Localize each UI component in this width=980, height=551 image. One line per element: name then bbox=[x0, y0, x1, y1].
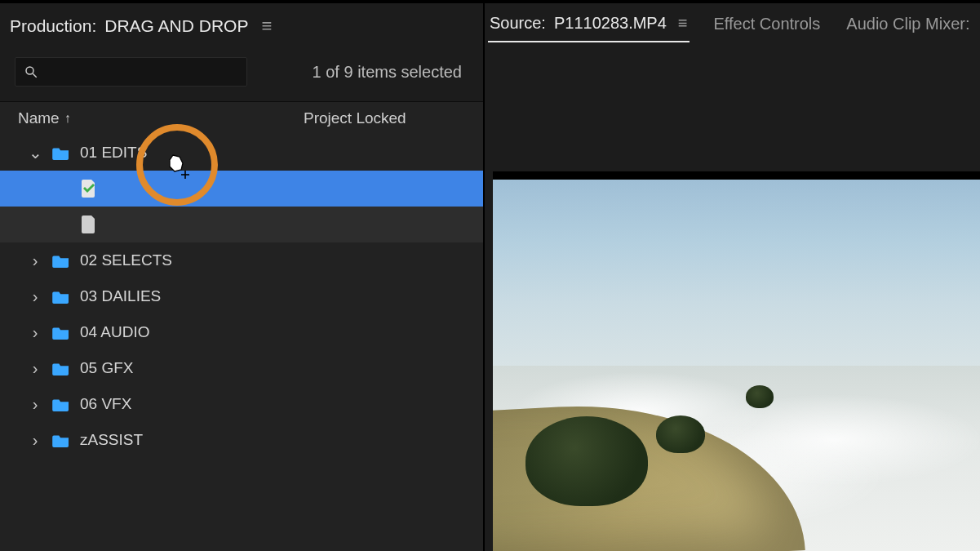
folder-row[interactable]: › 05 GFX bbox=[0, 350, 483, 386]
panel-menu-icon[interactable]: ≡ bbox=[675, 14, 688, 33]
project-file-icon bbox=[82, 216, 96, 233]
folder-label: 03 DAILIES bbox=[80, 287, 161, 305]
chevron-right-icon[interactable]: › bbox=[28, 431, 42, 450]
search-icon bbox=[24, 64, 38, 79]
left-panel-tabbar: Production: DRAG AND DROP ≡ bbox=[0, 3, 483, 49]
folder-row[interactable]: › 04 AUDIO bbox=[0, 314, 483, 350]
video-frame bbox=[493, 171, 980, 551]
tab-effect-controls[interactable]: Effect Controls bbox=[712, 11, 823, 42]
source-monitor-panel: Source: P1110283.MP4 ≡ Effect Controls A… bbox=[485, 3, 980, 551]
app-root: Production: DRAG AND DROP ≡ 1 of 9 items… bbox=[0, 0, 980, 551]
chevron-right-icon[interactable]: › bbox=[28, 359, 42, 378]
folder-row[interactable]: › zASSIST bbox=[0, 422, 483, 458]
panel-menu-icon[interactable]: ≡ bbox=[256, 16, 272, 37]
chevron-right-icon[interactable]: › bbox=[28, 251, 42, 270]
scene-tree bbox=[656, 415, 705, 453]
folder-icon bbox=[52, 433, 70, 447]
project-list: Name ↑ Project Locked ⌄ 01 EDITS bbox=[0, 101, 483, 551]
column-locked-label: Project Locked bbox=[304, 109, 406, 127]
folder-label: 06 VFX bbox=[80, 395, 131, 413]
folder-row[interactable]: › 06 VFX bbox=[0, 386, 483, 422]
selection-status: 1 of 9 items selected bbox=[313, 63, 462, 82]
search-row: 1 of 9 items selected bbox=[15, 57, 468, 87]
chevron-down-icon[interactable]: ⌄ bbox=[28, 143, 42, 162]
folder-label: 04 AUDIO bbox=[80, 323, 150, 341]
project-item-selected[interactable] bbox=[0, 171, 483, 207]
scene-tree bbox=[746, 385, 774, 408]
production-panel-body: 1 of 9 items selected Name ↑ Project Loc… bbox=[0, 49, 483, 551]
video-preview-scene bbox=[493, 180, 980, 551]
source-tab-prefix: Source: bbox=[490, 14, 546, 33]
search-box[interactable] bbox=[15, 57, 247, 87]
chevron-right-icon[interactable]: › bbox=[28, 323, 42, 342]
folder-row[interactable]: › 02 SELECTS bbox=[0, 242, 483, 278]
column-header-locked[interactable]: Project Locked bbox=[304, 109, 465, 127]
effect-controls-label: Effect Controls bbox=[714, 15, 821, 33]
production-panel: Production: DRAG AND DROP ≡ 1 of 9 items… bbox=[0, 3, 485, 551]
folder-label: 05 GFX bbox=[80, 359, 133, 377]
list-rows: ⌄ 01 EDITS bbox=[0, 135, 483, 458]
source-monitor-viewer[interactable] bbox=[485, 49, 980, 551]
production-panel-tab[interactable]: Production: DRAG AND DROP ≡ bbox=[7, 11, 275, 42]
tab-audio-clip-mixer[interactable]: Audio Clip Mixer: bbox=[845, 11, 971, 42]
column-header-name[interactable]: Name ↑ bbox=[18, 109, 304, 127]
svg-line-1 bbox=[33, 73, 37, 78]
folder-icon bbox=[52, 361, 70, 375]
project-file-icon bbox=[82, 180, 96, 198]
folder-icon bbox=[52, 289, 70, 304]
audio-mixer-label: Audio Clip Mixer: bbox=[846, 15, 969, 33]
sort-ascending-icon: ↑ bbox=[64, 111, 71, 126]
production-title-name: DRAG AND DROP bbox=[104, 16, 248, 36]
svg-point-0 bbox=[26, 67, 33, 74]
right-panel-tabbar: Source: P1110283.MP4 ≡ Effect Controls A… bbox=[485, 3, 980, 49]
search-input[interactable] bbox=[45, 64, 238, 81]
source-tab-clipname: P1110283.MP4 bbox=[554, 14, 667, 33]
scene-sky bbox=[493, 180, 980, 384]
production-title-prefix: Production: bbox=[10, 16, 96, 36]
scene-tree bbox=[525, 416, 648, 506]
list-header: Name ↑ Project Locked bbox=[0, 102, 483, 135]
chevron-right-icon[interactable]: › bbox=[28, 395, 42, 414]
folder-icon bbox=[52, 397, 70, 411]
folder-label: 02 SELECTS bbox=[80, 251, 172, 269]
column-name-label: Name bbox=[18, 109, 60, 127]
folder-label: zASSIST bbox=[80, 431, 143, 449]
folder-label: 01 EDITS bbox=[80, 144, 147, 162]
folder-row[interactable]: ⌄ 01 EDITS bbox=[0, 135, 483, 171]
chevron-right-icon[interactable]: › bbox=[28, 287, 42, 306]
folder-row[interactable]: › 03 DAILIES bbox=[0, 278, 483, 314]
folder-icon bbox=[52, 325, 70, 340]
tab-source-monitor[interactable]: Source: P1110283.MP4 ≡ bbox=[488, 10, 690, 42]
project-item[interactable] bbox=[0, 207, 483, 242]
folder-icon bbox=[52, 253, 70, 268]
folder-icon bbox=[52, 145, 70, 160]
